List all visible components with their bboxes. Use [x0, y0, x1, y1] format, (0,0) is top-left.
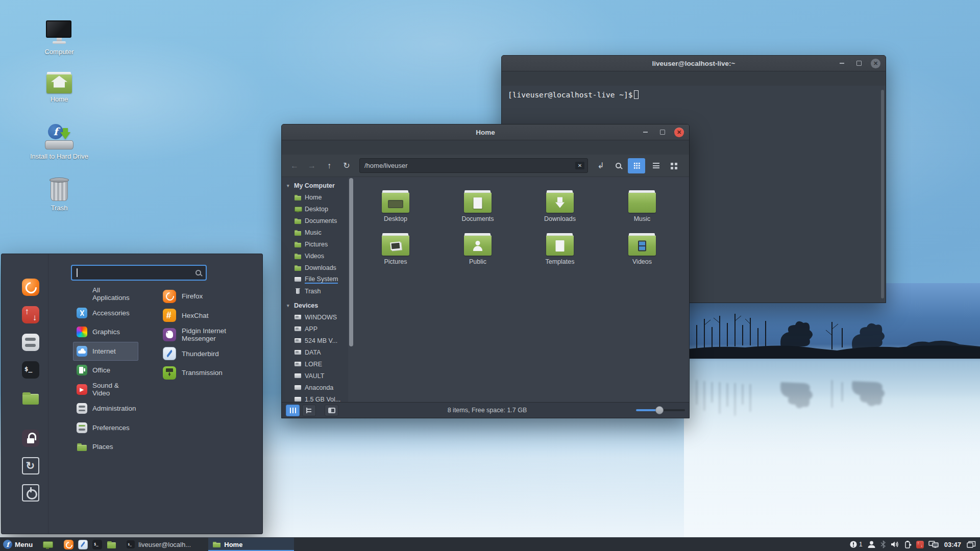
- sidebar-item[interactable]: 524 MB V...: [287, 335, 348, 346]
- shutdown-favorite-icon[interactable]: [22, 484, 39, 502]
- power-battery-icon[interactable]: [904, 540, 912, 548]
- refresh-button[interactable]: ↻: [339, 159, 354, 173]
- category-item[interactable]: Administration: [73, 399, 138, 418]
- category-item[interactable]: Preferences: [73, 418, 138, 438]
- software-updater-favorite-icon[interactable]: [22, 306, 39, 323]
- minimize-button[interactable]: [641, 128, 650, 137]
- sidebar-scrollbar[interactable]: [349, 178, 353, 346]
- taskbar-window-button[interactable]: Home: [208, 538, 294, 551]
- show-desktop-button[interactable]: [37, 538, 58, 551]
- files-icon[interactable]: [107, 540, 116, 549]
- sidebar-item[interactable]: Videos: [287, 250, 348, 262]
- application-item[interactable]: Pidgin Internet Messenger: [163, 325, 261, 344]
- desktop-icon-home[interactable]: Home: [30, 74, 89, 103]
- category-item[interactable]: All Applications: [73, 284, 138, 304]
- zoom-slider[interactable]: [636, 405, 685, 415]
- back-button[interactable]: ←: [287, 159, 302, 173]
- sidebar-item[interactable]: VAULT: [287, 370, 348, 382]
- terminal-favorite-icon[interactable]: [22, 361, 39, 379]
- show-treeview-button[interactable]: [302, 405, 316, 416]
- category-item[interactable]: Office: [73, 361, 138, 380]
- folder-item[interactable]: Music: [609, 192, 675, 235]
- desktop-icon-computer[interactable]: Computer: [30, 20, 89, 56]
- network-icon[interactable]: [928, 540, 939, 548]
- lock-screen-favorite-icon[interactable]: [22, 430, 39, 447]
- show-places-button[interactable]: [286, 405, 300, 416]
- sidebar-item[interactable]: WINDOWS: [287, 311, 348, 323]
- logout-favorite-icon[interactable]: [22, 457, 39, 474]
- firefox-icon[interactable]: [64, 540, 74, 549]
- category-item[interactable]: Sound & Video: [73, 380, 138, 399]
- sidebar-item[interactable]: Pictures: [287, 238, 348, 250]
- close-button[interactable]: ✕: [674, 128, 684, 137]
- folder-item[interactable]: Downloads: [527, 192, 593, 235]
- maximize-button[interactable]: [657, 128, 667, 137]
- category-item[interactable]: Internet: [73, 342, 138, 361]
- terminal-icon[interactable]: [92, 540, 102, 549]
- folder-item[interactable]: Documents: [445, 192, 511, 235]
- sidebar-item[interactable]: APP: [287, 323, 348, 335]
- expander-icon[interactable]: ▾: [287, 303, 292, 308]
- icon-view-button[interactable]: [628, 158, 645, 173]
- sidebar-item[interactable]: File System: [287, 273, 348, 285]
- user-applet-icon[interactable]: [867, 540, 876, 548]
- clear-location-icon[interactable]: ✕: [575, 162, 584, 169]
- maximize-button[interactable]: [854, 59, 864, 68]
- toggle-sidebar-button[interactable]: [325, 405, 338, 416]
- section-label: My Computer: [294, 182, 335, 189]
- terminal-scrollbar[interactable]: [881, 90, 884, 298]
- volume-icon[interactable]: [891, 540, 900, 548]
- folder-item[interactable]: Pictures: [362, 235, 429, 278]
- sidebar-item[interactable]: Trash: [287, 285, 348, 297]
- search-input[interactable]: [71, 265, 207, 281]
- sidebar-section-header[interactable]: ▾ Devices: [287, 300, 348, 311]
- menu-button[interactable]: f Menu: [0, 538, 37, 551]
- application-item[interactable]: Transmission: [163, 363, 261, 383]
- sidebar-item[interactable]: Desktop: [287, 203, 348, 215]
- folder-item[interactable]: Public: [445, 235, 511, 278]
- file-manager-titlebar[interactable]: Home ✕: [282, 124, 689, 140]
- system-settings-favorite-icon[interactable]: [22, 334, 39, 351]
- application-item[interactable]: Thunderbird: [163, 344, 261, 364]
- application-item[interactable]: HexChat: [163, 306, 261, 325]
- files-favorite-icon[interactable]: [22, 389, 39, 406]
- category-item[interactable]: Places: [73, 437, 138, 457]
- toggle-location-entry-button[interactable]: ↲: [593, 159, 608, 173]
- updates-available-icon[interactable]: [916, 541, 924, 548]
- application-item[interactable]: Firefox: [163, 287, 261, 306]
- close-button[interactable]: ✕: [871, 59, 880, 68]
- sidebar-item[interactable]: Anaconda: [287, 382, 348, 393]
- zoom-slider-thumb[interactable]: [655, 406, 664, 414]
- sidebar-item[interactable]: Home: [287, 191, 348, 203]
- sidebar-item[interactable]: DATA: [287, 346, 348, 358]
- terminal-titlebar[interactable]: liveuser@localhost-live:~ ✕: [502, 56, 886, 71]
- firefox-favorite-icon[interactable]: [22, 279, 39, 296]
- category-item[interactable]: Accessories: [73, 304, 138, 323]
- folder-item[interactable]: Desktop: [362, 192, 429, 235]
- taskbar-window-button[interactable]: liveuser@localh...: [122, 538, 208, 551]
- location-bar[interactable]: /home/liveuser ✕: [359, 158, 588, 173]
- folder-item[interactable]: Videos: [609, 235, 675, 278]
- search-button[interactable]: [610, 159, 626, 173]
- clock[interactable]: 03:47: [944, 541, 961, 548]
- list-view-button[interactable]: [647, 158, 665, 173]
- thunderbird-icon[interactable]: [78, 540, 88, 549]
- desktop-icon-trash[interactable]: Trash: [30, 178, 89, 212]
- minimize-button[interactable]: [837, 59, 847, 68]
- sidebar-item[interactable]: Downloads: [287, 262, 348, 273]
- category-item[interactable]: Graphics: [73, 322, 138, 342]
- window-list-icon[interactable]: [967, 541, 976, 548]
- sidebar-item[interactable]: Music: [287, 227, 348, 238]
- folder-item[interactable]: Templates: [527, 235, 593, 278]
- sidebar-section-header[interactable]: ▾ My Computer: [287, 180, 348, 191]
- up-button[interactable]: ↑: [322, 159, 337, 173]
- notifications-icon[interactable]: [849, 540, 857, 548]
- sidebar-item[interactable]: 1.5 GB Vol...: [287, 393, 348, 402]
- compact-view-button[interactable]: [667, 158, 684, 173]
- expander-icon[interactable]: ▾: [287, 183, 292, 188]
- desktop-icon-installer[interactable]: f Install to Hard Drive: [30, 124, 89, 160]
- bluetooth-icon[interactable]: [880, 540, 886, 548]
- sidebar-item[interactable]: LORE: [287, 358, 348, 370]
- forward-button[interactable]: →: [304, 159, 320, 173]
- sidebar-item[interactable]: Documents: [287, 215, 348, 227]
